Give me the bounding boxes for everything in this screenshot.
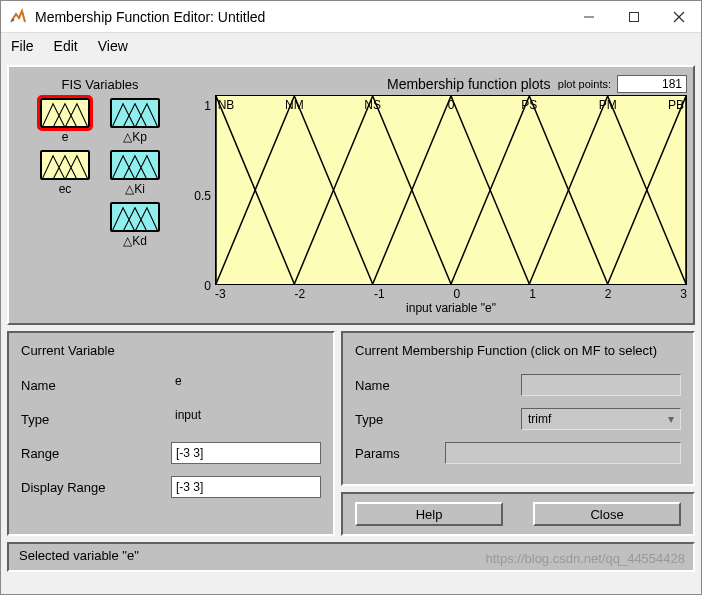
cmf-name-label: Name [355,378,445,393]
fis-var-ec[interactable] [40,150,90,180]
current-variable-panel: Current Variable Name e Type input Range [7,331,335,536]
fis-var-△Kp[interactable] [110,98,160,128]
close-button[interactable] [656,1,701,33]
curvar-title: Current Variable [21,343,321,358]
fis-var-△Kd[interactable] [110,202,160,232]
content: FIS Variables e△Kpec△Ki△Kd Membership fu… [1,59,701,594]
curvar-disp-label: Display Range [21,480,171,495]
plot-points-input[interactable] [617,75,687,93]
fis-var-label: △Kp [123,130,147,144]
cmf-title: Current Membership Function (click on MF… [355,343,681,358]
fis-variables: FIS Variables e△Kpec△Ki△Kd [15,73,185,317]
x-axis-label: input variable "e" [215,301,687,317]
status-text: Selected variable "e" [19,548,139,563]
help-button[interactable]: Help [355,502,503,526]
close-app-button[interactable]: Close [533,502,681,526]
fis-var-e[interactable] [40,98,90,128]
menu-file[interactable]: File [11,38,34,54]
fis-var-△Ki[interactable] [110,150,160,180]
cmf-params-label: Params [355,446,445,461]
plot-title: Membership function plots [387,76,550,92]
menubar: File Edit View [1,33,701,59]
curvar-type: input [171,408,321,430]
fis-var-label: △Ki [125,182,145,196]
plot-panel: FIS Variables e△Kpec△Ki△Kd Membership fu… [7,65,695,325]
button-panel: Help Close [341,492,695,536]
chevron-down-icon: ▾ [668,412,674,426]
y-axis: 1 0.5 0 [185,95,215,317]
curvar-range-input[interactable] [171,442,321,464]
details-row: Current Variable Name e Type input Range [7,331,695,536]
curvar-name: e [171,374,321,396]
maximize-button[interactable] [611,1,656,33]
curvar-name-label: Name [21,378,171,393]
menu-view[interactable]: View [98,38,128,54]
window: Membership Function Editor: Untitled Fil… [0,0,702,595]
current-mf-panel: Current Membership Function (click on MF… [341,331,695,486]
cmf-params-input[interactable] [445,442,681,464]
menu-edit[interactable]: Edit [54,38,78,54]
cmf-type-label: Type [355,412,445,427]
curvar-range-label: Range [21,446,171,461]
fis-title: FIS Variables [61,77,138,92]
matlab-icon [9,8,27,26]
fis-var-label: ec [59,182,72,196]
titlebar: Membership Function Editor: Untitled [1,1,701,33]
plot-points-label: plot points: [558,78,611,90]
mf-chart[interactable]: NBNMNS0PSPMPB [215,95,687,285]
cmf-name-input[interactable] [521,374,681,396]
fis-var-label: △Kd [123,234,147,248]
cmf-type-select[interactable]: trimf ▾ [521,408,681,430]
status-bar: Selected variable "e" https://blog.csdn.… [7,542,695,572]
svg-point-0 [12,18,14,20]
window-title: Membership Function Editor: Untitled [35,9,566,25]
curvar-disprange-input[interactable] [171,476,321,498]
minimize-button[interactable] [566,1,611,33]
watermark: https://blog.csdn.net/qq_44554428 [486,551,686,566]
fis-var-label: e [62,130,69,144]
curvar-type-label: Type [21,412,171,427]
plot-area: Membership function plots plot points: 1… [185,73,687,317]
svg-rect-2 [629,12,638,21]
x-axis: -3-2-10123 [215,285,687,301]
